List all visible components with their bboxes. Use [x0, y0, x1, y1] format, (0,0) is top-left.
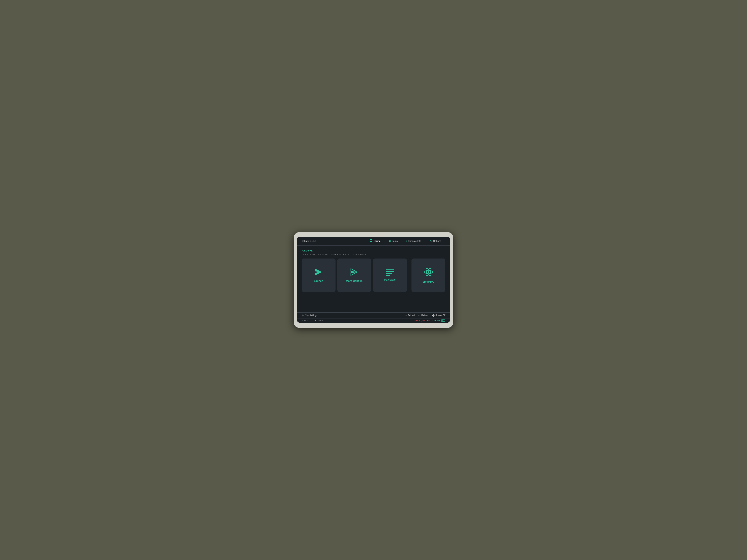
svg-rect-2: [370, 241, 371, 242]
bottom-bar: ⚙ Nyx Settings ↻ Reload ↺ Reboot ⏻ Power…: [297, 313, 450, 318]
nav-brand: hekate v5.9.0: [302, 240, 316, 242]
status-bar: ⏱ 01:31 • 🌡 34.9 °C -389 mA (3670 mV) • …: [297, 318, 450, 323]
options-gear-icon: ⚙: [430, 240, 432, 243]
nyx-gear-icon: ⚙: [302, 314, 304, 317]
payloads-icon: [386, 269, 394, 276]
device: hekate v5.9.0 Home ✖ Tools ℹ C: [294, 232, 453, 328]
svg-marker-5: [351, 269, 357, 275]
launch-icon: [314, 268, 323, 277]
payloads-lines: [386, 269, 394, 276]
temp-icon: 🌡: [315, 319, 317, 322]
main-content: hekate THE ALL IN ONE BOOTLOADER FOR ALL…: [297, 245, 450, 313]
card-emunand[interactable]: emuMMC: [411, 259, 445, 292]
app-subtitle: THE ALL IN ONE BOOTLOADER FOR ALL YOUR N…: [302, 254, 445, 256]
svg-rect-11: [445, 320, 445, 321]
status-time: ⏱ 01:31: [302, 319, 310, 322]
reload-icon: ↻: [405, 314, 407, 317]
status-temp: 🌡 34.9 °C: [315, 319, 324, 322]
power-off-label: Power Off: [436, 314, 445, 317]
more-configs-icon: [350, 268, 358, 277]
battery-pct: 26.4%: [434, 319, 440, 322]
status-right: -389 mA (3670 mV) • 26.4%: [413, 319, 445, 322]
reload-button[interactable]: ↻ Reload: [405, 314, 415, 317]
tools-icon: ✖: [389, 240, 391, 243]
clock-icon: ⏱: [302, 319, 304, 322]
card-launch-label: Launch: [314, 279, 323, 283]
card-more-configs-label: More Configs: [346, 279, 362, 283]
nav-options[interactable]: ⚙ Options: [426, 239, 445, 243]
battery-icon: [441, 319, 445, 322]
svg-rect-12: [442, 320, 443, 321]
svg-rect-1: [371, 239, 372, 240]
reboot-icon: ↺: [418, 314, 420, 317]
nav-options-label: Options: [433, 240, 441, 242]
temp-value: 34.9 °C: [317, 319, 324, 322]
current-value: -389 mA (3670 mV): [413, 319, 430, 322]
status-separator: •: [312, 319, 313, 322]
nav-tools-label: Tools: [392, 240, 397, 242]
atom-icon: [424, 267, 433, 278]
navbar: hekate v5.9.0 Home ✖ Tools ℹ C: [297, 237, 450, 245]
card-more-configs[interactable]: More Configs: [337, 259, 371, 292]
svg-rect-3: [371, 241, 372, 242]
app-title: hekate: [302, 249, 445, 253]
info-icon: ℹ: [406, 240, 407, 243]
reload-label: Reload: [408, 314, 415, 317]
nyx-settings-label: Nyx Settings: [305, 314, 317, 317]
reboot-button[interactable]: ↺ Reboot: [418, 314, 429, 317]
reboot-label: Reboot: [421, 314, 429, 317]
power-icon: ⏻: [432, 314, 435, 317]
nyx-settings-button[interactable]: ⚙ Nyx Settings: [302, 314, 317, 317]
power-off-button[interactable]: ⏻ Power Off: [432, 314, 445, 317]
card-emunand-label: emuMMC: [423, 280, 434, 283]
card-payloads[interactable]: Payloads: [373, 259, 407, 292]
nav-console-info-label: Console Info: [408, 240, 421, 242]
svg-marker-4: [315, 269, 322, 275]
card-launch[interactable]: Launch: [302, 259, 336, 292]
nav-home-label: Home: [374, 240, 381, 242]
bottom-actions: ↻ Reload ↺ Reboot ⏻ Power Off: [405, 314, 445, 317]
svg-rect-0: [370, 239, 371, 240]
status-dot: •: [432, 319, 433, 322]
time-value: 01:31: [304, 319, 310, 322]
nav-tools[interactable]: ✖ Tools: [385, 239, 402, 243]
svg-point-9: [428, 271, 429, 273]
screen: hekate v5.9.0 Home ✖ Tools ℹ C: [297, 237, 450, 323]
card-payloads-label: Payloads: [384, 278, 395, 281]
status-left: ⏱ 01:31 • 🌡 34.9 °C: [302, 319, 324, 322]
nav-console-info[interactable]: ℹ Console Info: [402, 239, 426, 243]
home-grid-icon: [370, 239, 373, 243]
grid-section: Launch More Configs: [302, 259, 445, 311]
divider: [409, 259, 409, 311]
nav-home[interactable]: Home: [366, 239, 385, 243]
